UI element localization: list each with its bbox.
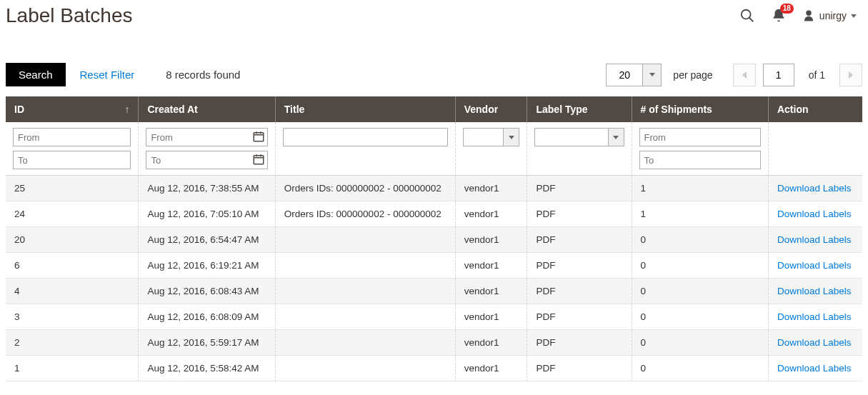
download-labels-link[interactable]: Download Labels bbox=[777, 209, 852, 219]
cell-id: 25 bbox=[6, 176, 139, 201]
filter-vendor-select[interactable] bbox=[463, 128, 504, 146]
page-size-select[interactable] bbox=[606, 64, 662, 86]
cell-created: Aug 12, 2016, 6:08:43 AM bbox=[139, 279, 275, 304]
table-row: 3Aug 12, 2016, 6:08:09 AMvendor1PDF0Down… bbox=[6, 304, 862, 330]
filter-id-to[interactable] bbox=[13, 151, 131, 169]
reset-filter-link[interactable]: Reset Filter bbox=[80, 69, 135, 81]
table-row: 24Aug 12, 2016, 7:05:10 AMOrders IDs: 00… bbox=[6, 201, 862, 227]
cell-title bbox=[276, 330, 456, 356]
chevron-down-icon bbox=[609, 128, 624, 146]
col-header-action: Action bbox=[769, 96, 862, 122]
cell-shipments: 0 bbox=[632, 279, 769, 304]
cell-shipments: 0 bbox=[632, 253, 769, 279]
notifications-icon[interactable]: 18 bbox=[771, 8, 787, 24]
filter-created-from[interactable] bbox=[146, 128, 267, 146]
cell-vendor: vendor1 bbox=[456, 253, 528, 279]
cell-type: PDF bbox=[527, 304, 632, 330]
cell-title: Orders IDs: 000000002 - 000000002 bbox=[276, 201, 456, 227]
filter-type-select[interactable] bbox=[534, 128, 608, 146]
cell-vendor: vendor1 bbox=[456, 279, 528, 304]
cell-action: Download Labels bbox=[769, 330, 862, 356]
page-size-dropdown-toggle[interactable] bbox=[642, 64, 661, 86]
download-labels-link[interactable]: Download Labels bbox=[777, 337, 852, 348]
table-row: 25Aug 12, 2016, 7:38:55 AMOrders IDs: 00… bbox=[6, 176, 862, 201]
cell-id: 3 bbox=[6, 304, 139, 330]
table-row: 4Aug 12, 2016, 6:08:43 AMvendor1PDF0Down… bbox=[6, 279, 862, 304]
cell-type: PDF bbox=[527, 356, 632, 381]
records-found-label: 8 records found bbox=[166, 69, 240, 81]
table-row: 1Aug 12, 2016, 5:58:42 AMvendor1PDF0Down… bbox=[6, 356, 862, 381]
next-page-button[interactable] bbox=[839, 64, 862, 86]
cell-vendor: vendor1 bbox=[456, 356, 528, 381]
cell-type: PDF bbox=[527, 330, 632, 356]
user-icon bbox=[802, 9, 815, 22]
notification-badge: 18 bbox=[780, 4, 794, 14]
download-labels-link[interactable]: Download Labels bbox=[777, 260, 852, 271]
search-button[interactable]: Search bbox=[6, 63, 66, 86]
filter-created-to[interactable] bbox=[146, 151, 267, 169]
cell-vendor: vendor1 bbox=[456, 304, 528, 330]
cell-action: Download Labels bbox=[769, 201, 862, 227]
cell-action: Download Labels bbox=[769, 356, 862, 381]
current-page-input[interactable] bbox=[763, 64, 794, 86]
cell-created: Aug 12, 2016, 6:08:09 AM bbox=[139, 304, 275, 330]
col-header-vendor[interactable]: Vendor bbox=[456, 96, 528, 122]
cell-vendor: vendor1 bbox=[456, 176, 528, 201]
sort-arrow-icon: ↑ bbox=[124, 104, 129, 115]
per-page-label: per page bbox=[673, 69, 712, 81]
total-pages-label: of 1 bbox=[809, 69, 825, 81]
cell-created: Aug 12, 2016, 7:05:10 AM bbox=[139, 201, 275, 227]
cell-vendor: vendor1 bbox=[456, 201, 528, 227]
cell-shipments: 0 bbox=[632, 330, 769, 356]
table-row: 6Aug 12, 2016, 6:19:21 AMvendor1PDF0Down… bbox=[6, 253, 862, 279]
col-header-id[interactable]: ID↑ bbox=[6, 96, 139, 122]
filter-id-from[interactable] bbox=[13, 128, 131, 146]
chevron-right-icon bbox=[849, 71, 853, 79]
download-labels-link[interactable]: Download Labels bbox=[777, 363, 852, 374]
search-icon[interactable] bbox=[739, 8, 755, 24]
col-header-shipments[interactable]: # of Shipments bbox=[632, 96, 769, 122]
cell-id: 2 bbox=[6, 330, 139, 356]
cell-created: Aug 12, 2016, 6:54:47 AM bbox=[139, 227, 275, 253]
cell-vendor: vendor1 bbox=[456, 227, 528, 253]
page-title: Label Batches bbox=[6, 4, 132, 27]
filter-shipments-to[interactable] bbox=[639, 151, 761, 169]
cell-id: 4 bbox=[6, 279, 139, 304]
chevron-down-icon bbox=[851, 14, 857, 18]
cell-id: 1 bbox=[6, 356, 139, 381]
download-labels-link[interactable]: Download Labels bbox=[777, 183, 852, 194]
svg-line-1 bbox=[749, 18, 754, 22]
cell-title bbox=[276, 304, 456, 330]
filter-shipments-from[interactable] bbox=[639, 128, 761, 146]
cell-type: PDF bbox=[527, 227, 632, 253]
cell-shipments: 0 bbox=[632, 304, 769, 330]
page-size-input[interactable] bbox=[607, 64, 642, 86]
filter-title[interactable] bbox=[283, 128, 448, 146]
user-menu[interactable]: unirgy bbox=[802, 9, 857, 22]
col-header-created[interactable]: Created At bbox=[139, 96, 275, 122]
download-labels-link[interactable]: Download Labels bbox=[777, 286, 852, 296]
table-row: 2Aug 12, 2016, 5:59:17 AMvendor1PDF0Down… bbox=[6, 330, 862, 356]
cell-created: Aug 12, 2016, 5:59:17 AM bbox=[139, 330, 275, 356]
cell-type: PDF bbox=[527, 176, 632, 201]
chevron-down-icon bbox=[504, 128, 519, 146]
cell-id: 6 bbox=[6, 253, 139, 279]
cell-shipments: 0 bbox=[632, 356, 769, 381]
cell-action: Download Labels bbox=[769, 279, 862, 304]
cell-created: Aug 12, 2016, 7:38:55 AM bbox=[139, 176, 275, 201]
download-labels-link[interactable]: Download Labels bbox=[777, 311, 852, 322]
download-labels-link[interactable]: Download Labels bbox=[777, 234, 852, 245]
cell-action: Download Labels bbox=[769, 176, 862, 201]
cell-title bbox=[276, 253, 456, 279]
cell-action: Download Labels bbox=[769, 304, 862, 330]
prev-page-button[interactable] bbox=[733, 64, 756, 86]
cell-created: Aug 12, 2016, 6:19:21 AM bbox=[139, 253, 275, 279]
cell-title bbox=[276, 227, 456, 253]
cell-shipments: 1 bbox=[632, 176, 769, 201]
cell-vendor: vendor1 bbox=[456, 330, 528, 356]
col-header-type[interactable]: Label Type bbox=[527, 96, 632, 122]
col-header-id-label: ID bbox=[14, 104, 24, 115]
chevron-down-icon bbox=[649, 73, 655, 76]
cell-type: PDF bbox=[527, 201, 632, 227]
col-header-title[interactable]: Title bbox=[276, 96, 456, 122]
